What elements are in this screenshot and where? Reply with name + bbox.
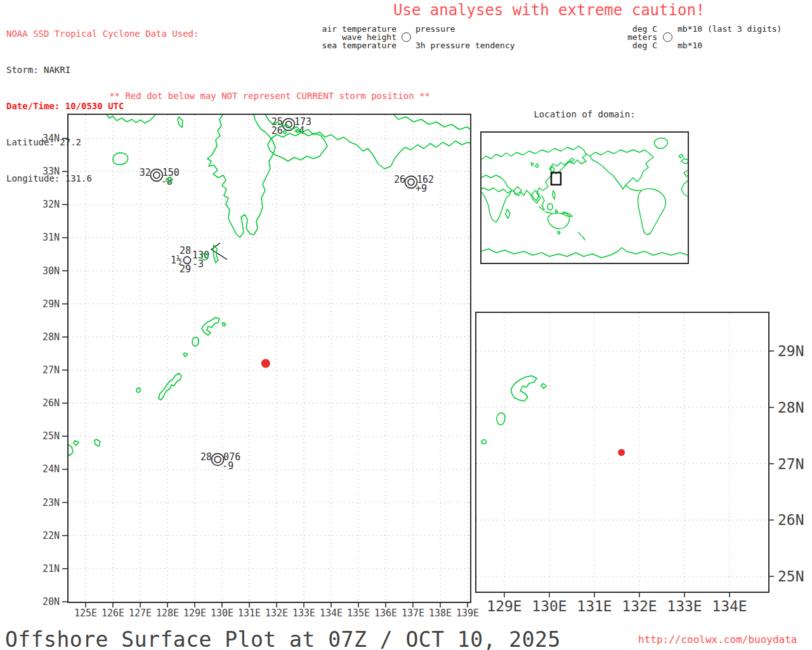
coastline-australia — [548, 213, 585, 240]
coastline-honshu-inner — [393, 114, 471, 129]
station-sea-temp: 29 — [180, 263, 191, 275]
coastline-tsushima-island — [178, 117, 183, 128]
plot-title: Offshore Surface Plot at 07Z / OCT 10, 2… — [5, 629, 561, 650]
y-tick-label: 31N — [43, 232, 60, 243]
coastline-kyushu — [207, 114, 275, 237]
coastline-central-america — [625, 185, 641, 190]
station-plot: 28076-9 — [200, 451, 240, 472]
offshore-surface-plot-page: NOAA SSD Tropical Cyclone Data Used: Sto… — [0, 0, 812, 650]
coastline-europe-africa-wrap — [679, 154, 688, 197]
x-tick-label: 132E — [265, 607, 288, 619]
coastline-amami-oshima — [202, 317, 219, 335]
y-tick-label: 26N — [43, 397, 60, 409]
coastline-korea-south — [107, 114, 156, 123]
zoom-inset-layer: 129E130E131E132E133E134E29N28N27N26N25N — [476, 313, 804, 614]
y-tick-label: 28N — [43, 331, 60, 343]
main-map-border — [68, 114, 471, 602]
station-air-temp: 26 — [394, 174, 405, 185]
y-tick-label: 29N — [778, 343, 804, 359]
storm-position-dot — [261, 359, 270, 368]
x-tick-label: 130E — [211, 607, 233, 619]
y-tick-label: 22N — [43, 530, 60, 541]
x-tick-label: 138E — [429, 607, 452, 619]
x-tick-label: 139E — [456, 607, 479, 619]
coastline-antarctica — [481, 248, 688, 258]
x-tick-label: 127E — [129, 607, 152, 619]
coastline-okinawa — [159, 373, 181, 400]
station-pressure-tendency: -3 — [192, 258, 204, 270]
storm-position-dot — [618, 449, 625, 456]
inset-okinoerabu — [481, 440, 486, 444]
x-tick-label: 129E — [183, 607, 206, 619]
main-map-layer: 125E126E127E128E129E130E131E132E133E134E… — [43, 115, 479, 619]
coastline-kume-island — [136, 388, 140, 392]
y-tick-label: 27N — [778, 456, 804, 472]
x-tick-label: 126E — [102, 607, 124, 619]
y-tick-label: 29N — [43, 298, 60, 310]
x-tick-label: 133E — [667, 598, 702, 614]
station-plot: 26162+9 — [394, 174, 434, 194]
y-tick-label: 23N — [43, 497, 60, 508]
zoom-inset-coastlines — [481, 376, 546, 444]
y-tick-label: 20N — [43, 596, 60, 607]
coastline-amami-islet — [222, 322, 226, 326]
main-map-coastlines — [68, 114, 471, 456]
x-tick-label: 130E — [532, 598, 566, 614]
coastline-jeju-island — [113, 153, 128, 165]
coastline-africa — [481, 175, 511, 222]
y-tick-label: 25N — [778, 568, 804, 585]
plot-canvas: 125E126E127E128E129E130E131E132E133E134E… — [0, 0, 812, 650]
station-air-temp: 28 — [200, 451, 212, 463]
x-tick-label: 134E — [320, 607, 343, 619]
coastline-arabia — [514, 187, 521, 196]
coastline-southeast-asia — [539, 190, 572, 216]
y-tick-label: 30N — [43, 265, 60, 277]
coastline-madagascar — [506, 209, 510, 218]
y-tick-label: 24N — [43, 463, 60, 475]
x-tick-label: 131E — [238, 607, 261, 619]
y-tick-label: 26N — [778, 512, 804, 528]
x-tick-label: 137E — [402, 607, 424, 619]
x-tick-label: 133E — [292, 607, 315, 619]
station-air-temp: 32 — [140, 167, 151, 178]
y-tick-label: 33N — [43, 166, 60, 177]
x-tick-label: 131E — [577, 598, 612, 614]
x-tick-label: 132E — [622, 598, 657, 614]
coastline-south-america — [638, 189, 666, 234]
coastline-north-america — [586, 150, 653, 189]
coastline-tokunoshima — [192, 337, 199, 346]
station-pressure-tendency: -9 — [222, 460, 233, 472]
coastline-islet-border — [68, 444, 73, 456]
y-tick-label: 27N — [43, 364, 60, 376]
coastline-islet-southwest — [74, 441, 79, 446]
coastline-miyako-island — [95, 439, 100, 446]
station-pressure-tendency: +9 — [416, 183, 427, 194]
coastline-eurasia — [481, 146, 586, 203]
x-tick-label: 135E — [347, 607, 370, 619]
x-tick-label: 125E — [74, 607, 97, 619]
y-tick-label: 28N — [778, 399, 804, 416]
world-map-coastlines — [481, 138, 688, 258]
y-tick-label: 21N — [43, 563, 60, 574]
source-url: http://coolwx.com/buoydata — [638, 633, 797, 646]
coastline-okinoerabu — [183, 353, 188, 357]
y-tick-label: 25N — [43, 430, 60, 442]
domain-box — [551, 173, 561, 185]
inset-amami-islet — [541, 383, 546, 388]
inset-amami-oshima — [511, 376, 537, 401]
x-tick-label: 129E — [487, 598, 521, 614]
x-tick-label: 128E — [156, 607, 179, 619]
inland-seas — [531, 162, 539, 168]
y-tick-label: 34N — [43, 133, 60, 144]
x-tick-label: 134E — [712, 598, 747, 614]
station-plot: 281½29130-3 — [171, 243, 227, 275]
station-plot: 2517326-4 — [272, 116, 311, 136]
x-tick-label: 136E — [374, 607, 397, 619]
inset-tokunoshima — [497, 413, 505, 425]
y-tick-label: 32N — [43, 199, 60, 210]
coastline-greenland — [654, 138, 667, 149]
coastline-korea-japan — [551, 158, 574, 174]
station-plot: 32150-8 — [140, 167, 180, 187]
